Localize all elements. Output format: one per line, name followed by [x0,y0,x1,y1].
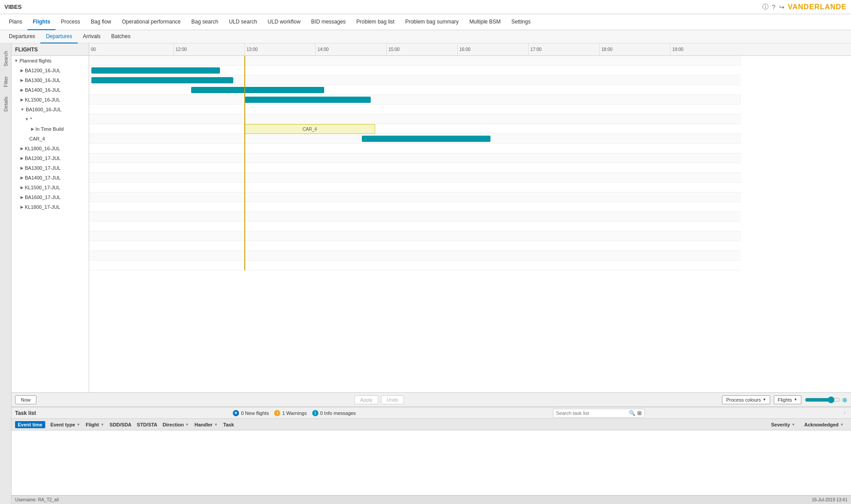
chevron-down-icon: ▼ [794,398,797,402]
gantt-chart[interactable]: 00 12:00 13:00 14:00 15:00 16:00 17:00 1… [89,43,851,392]
flight-sub-item[interactable]: ▼ * [12,114,89,124]
stdsta-label: STD/STA [137,422,157,427]
gantt-bar-ba1400[interactable] [91,77,233,83]
task-col-handler[interactable]: Handler ▼ [194,422,218,427]
flight-item[interactable]: ▶ BA1200_17-JUL [12,153,89,163]
nav-bagsearch[interactable]: Bag search [186,14,224,30]
handler-label: Handler [194,422,212,427]
task-col-eventtime[interactable]: Event time [15,421,45,428]
info-icon[interactable]: ⓘ [762,3,769,11]
task-col-sddsda[interactable]: SDD/SDA [110,422,132,427]
task-col-eventtype[interactable]: Event type ▼ [51,422,81,427]
nav-process[interactable]: Process [55,14,85,30]
nav-bid[interactable]: BID messages [306,14,351,30]
nav-uldsearch[interactable]: ULD search [224,14,262,30]
main-layout: Search Filter Details FLIGHTS ▼ Planned … [0,43,851,504]
task-search-input[interactable] [556,410,627,416]
chevron-right-icon: ▶ [20,195,24,199]
gantt-row [89,85,741,95]
flight-item[interactable]: ▶ KL1800_17-JUL [12,202,89,212]
timeline-label-1500: 15:00 [386,43,457,55]
task-col-direction[interactable]: Direction ▼ [163,422,189,427]
nav-multibsm[interactable]: Multiple BSM [464,14,506,30]
flight-group-planned[interactable]: ▼ Planned flights [12,56,89,66]
gantt-bar-car4[interactable]: CAR_4 [244,124,375,134]
gantt-row [89,231,741,241]
gantt-row [89,134,741,144]
task-search-box[interactable]: 🔍 ⊞ [553,409,645,418]
sidebar-tab-filter[interactable]: Filter [1,72,11,91]
gantt-row [89,251,741,261]
nav-problembaglist[interactable]: Problem bag list [351,14,400,30]
logout-icon[interactable]: ↪ [779,4,784,11]
task-col-severity[interactable]: Severity ▼ [771,422,796,427]
flight-item[interactable]: ▶ BA1300_17-JUL [12,163,89,173]
expand-icon[interactable]: ↑ [842,410,847,415]
subnav-departures-1[interactable]: Departures [4,30,40,43]
task-col-flight[interactable]: Flight ▼ [86,422,104,427]
flight-label: CAR_4 [29,136,45,141]
flight-item[interactable]: ▶ KL1800_16-JUL [12,144,89,153]
nav-problembagsummary[interactable]: Problem bag summary [400,14,464,30]
task-col-task[interactable]: Task [223,422,234,427]
gantt-row [89,212,741,222]
gantt-row [89,261,741,270]
chevron-right-icon: ▶ [20,176,24,180]
flight-item-expanded[interactable]: ▼ BA1600_16-JUL [12,105,89,114]
gantt-row [89,56,741,66]
gantt-row [89,66,741,75]
gantt-bar-ba1600[interactable] [244,97,371,103]
subnav-arrivals[interactable]: Arrivals [78,30,106,43]
bottom-toolbar: Now Apply Undo Process colours ▼ Flights… [12,392,851,406]
nav-operational[interactable]: Operational performance [117,14,186,30]
center-buttons: Apply Undo [354,395,404,404]
process-colours-dropdown[interactable]: Process colours ▼ [722,395,770,404]
flight-car-item[interactable]: CAR_4 [12,134,89,144]
sidebar-tab-details[interactable]: Details [1,93,11,116]
nav-flights[interactable]: Flights [27,14,55,30]
flight-item[interactable]: ▶ BA1400_17-JUL [12,173,89,183]
chevron-down-icon: ▼ [25,117,29,121]
chevron-right-icon: ▶ [20,156,24,160]
gantt-bar-ba1300[interactable] [91,67,220,74]
nav-plans[interactable]: Plans [4,14,27,30]
task-col-acknowledged[interactable]: Acknowledged ▼ [804,422,844,427]
nav-bagflow[interactable]: Bag flow [86,14,117,30]
gantt-row [89,75,741,85]
now-button[interactable]: Now [15,395,36,404]
grid-icon[interactable]: ⊞ [637,410,642,416]
filter-icon: ▼ [840,422,844,427]
flight-item[interactable]: ▶ KL1500_16-JUL [12,95,89,105]
flight-item[interactable]: ▶ BA1200_16-JUL [12,66,89,75]
left-buttons: Now [15,395,36,404]
nav-uldworkflow[interactable]: ULD workflow [263,14,306,30]
flight-item[interactable]: ▶ BA1300_16-JUL [12,75,89,85]
subnav-departures-2[interactable]: Departures [40,30,77,43]
zoom-slider[interactable] [805,396,840,403]
top-bar-left: VIBES [4,4,22,10]
flight-item[interactable]: ▶ KL1500_17-JUL [12,183,89,192]
now-line [244,56,245,270]
subnav-batches[interactable]: Batches [106,30,136,43]
help-icon[interactable]: ? [772,4,776,11]
gantt-bar-kl1800[interactable] [362,136,490,142]
new-flights-count: 0 New flights [241,410,269,416]
warnings-count: 1 Warnings [282,410,306,416]
flight-item[interactable]: ▶ BA1400_16-JUL [12,85,89,95]
flights-dropdown[interactable]: Flights ▼ [774,395,801,404]
chevron-right-icon: ▶ [20,185,24,190]
task-col-stdsta[interactable]: STD/STA [137,422,157,427]
flight-label: * [30,117,32,122]
sidebar-tab-search[interactable]: Search [1,47,11,70]
datetime: 16-Jul-2019 13:41 [812,497,847,502]
flight-label: BA1200_16-JUL [25,68,61,73]
gantt-bar-kl1500[interactable] [191,87,324,93]
flight-sub-sub-item[interactable]: ▶ In Time Build [12,124,89,134]
new-flights-stat: ✈ 0 New flights [233,410,269,416]
apply-button[interactable]: Apply [354,395,378,404]
nav-settings[interactable]: Settings [506,14,536,30]
undo-button[interactable]: Undo [381,395,404,404]
info-count: 0 Info messages [320,410,356,416]
flight-item[interactable]: ▶ BA1600_17-JUL [12,192,89,202]
flights-label: Flights [778,397,792,402]
